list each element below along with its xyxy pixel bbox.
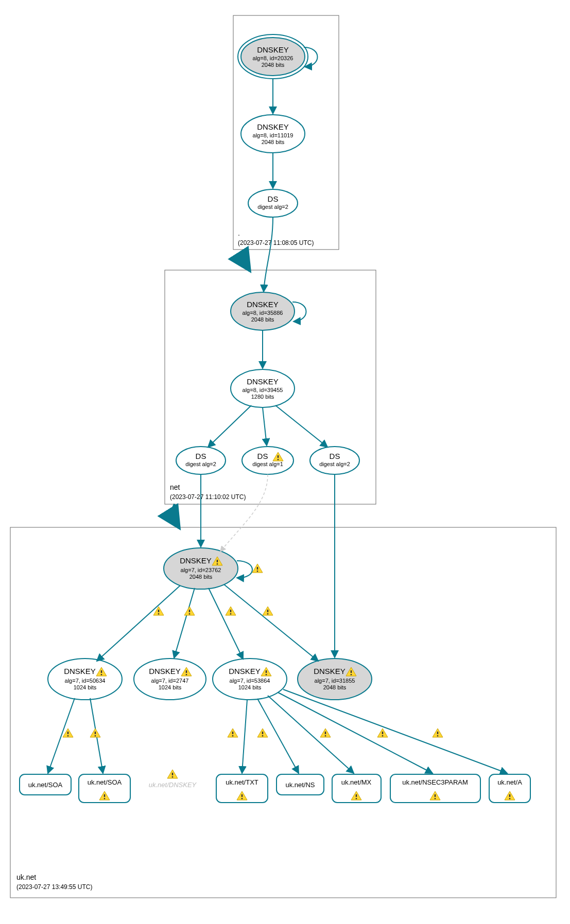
svg-text:uk.net/SOA: uk.net/SOA [88,778,122,786]
svg-text:digest alg=2: digest alg=2 [185,461,216,467]
svg-text:alg=8, id=35886: alg=8, id=35886 [243,310,283,316]
rrset-nsec3param: uk.net/NSEC3PARAM [390,774,480,803]
node-net-ds3: DS digest alg=2 [310,447,359,474]
rrset-soa1: uk.net/SOA [20,774,71,795]
node-net-ds2: DS digest alg=1 [242,447,293,474]
svg-text:DNSKEY: DNSKEY [149,667,181,676]
zone-net-name: net [170,483,180,491]
svg-text:alg=8, id=20326: alg=8, id=20326 [253,55,293,61]
svg-text:DS: DS [196,452,206,460]
svg-text:DNSKEY: DNSKEY [247,300,279,309]
dnssec-diagram: . (2023-07-27 11:08:05 UTC) net (2023-07… [5,5,565,919]
warning-icon [377,728,388,737]
warning-icon [167,770,178,778]
svg-text:alg=7, id=23762: alg=7, id=23762 [181,567,221,573]
svg-text:2048 bits: 2048 bits [189,574,213,580]
svg-text:DS: DS [268,194,279,203]
svg-text:alg=7, id=31855: alg=7, id=31855 [315,678,355,684]
warning-icon [184,607,195,615]
svg-text:uk.net/A: uk.net/A [497,778,522,786]
node-root-dnskey-20326: DNSKEY alg=8, id=20326 2048 bits [238,34,308,79]
svg-text:uk.net/NSEC3PARAM: uk.net/NSEC3PARAM [402,778,468,786]
svg-text:alg=8, id=11019: alg=8, id=11019 [253,132,293,138]
svg-text:digest alg=1: digest alg=1 [252,461,283,467]
warning-icon [257,728,268,737]
warning-icon [90,728,100,737]
warning-icon [263,607,273,615]
svg-text:alg=7, id=2747: alg=7, id=2747 [151,678,189,684]
svg-point-25 [242,447,293,474]
svg-text:digest alg=2: digest alg=2 [319,461,350,467]
node-net-dnskey-35886: DNSKEY alg=8, id=35886 2048 bits [231,292,295,330]
rrset-dnskey-faded: uk.net/DNSKEY [149,781,197,789]
svg-text:DNSKEY: DNSKEY [257,122,289,131]
node-net-ds1: DS digest alg=2 [176,447,226,474]
svg-text:2048 bits: 2048 bits [262,62,285,68]
warning-icon [228,728,238,737]
svg-point-28 [310,447,359,474]
node-root-ds: DS digest alg=2 [248,189,298,217]
svg-text:DNSKEY: DNSKEY [247,377,279,386]
zone-root-name: . [238,229,240,237]
svg-text:uk.net/NS: uk.net/NS [285,781,315,789]
svg-text:uk.net/TXT: uk.net/TXT [226,778,258,786]
svg-text:DNSKEY: DNSKEY [257,45,289,54]
rrset-txt: uk.net/TXT [216,774,268,803]
node-uknet-dnskey-31855: DNSKEY alg=7, id=31855 2048 bits [298,659,372,700]
node-uknet-dnskey-50634: DNSKEY alg=7, id=50634 1024 bits [48,659,122,700]
svg-text:uk.net/MX: uk.net/MX [341,778,372,786]
svg-text:1024 bits: 1024 bits [238,684,262,690]
warning-icon [252,564,263,573]
svg-text:1280 bits: 1280 bits [251,394,274,400]
svg-text:2048 bits: 2048 bits [251,316,274,323]
node-uknet-dnskey-23762: DNSKEY alg=7, id=23762 2048 bits [164,548,238,589]
svg-text:DNSKEY: DNSKEY [180,556,212,565]
svg-text:DS: DS [330,452,340,460]
svg-text:alg=8, id=39455: alg=8, id=39455 [243,387,283,393]
zone-net-ts: (2023-07-27 11:10:02 UTC) [170,493,246,501]
svg-text:digest alg=2: digest alg=2 [257,204,288,210]
node-root-dnskey-11019: DNSKEY alg=8, id=11019 2048 bits [241,115,305,153]
svg-point-22 [176,447,226,474]
svg-point-11 [248,189,298,217]
rrset-a: uk.net/A [489,774,530,803]
svg-text:1024 bits: 1024 bits [159,684,182,690]
svg-text:alg=7, id=53864: alg=7, id=53864 [230,678,270,684]
node-net-dnskey-39455: DNSKEY alg=8, id=39455 1280 bits [231,369,295,407]
zone-uknet-name: uk.net [16,873,36,881]
svg-text:2048 bits: 2048 bits [262,139,285,145]
zone-uknet-ts: (2023-07-27 13:49:55 UTC) [16,883,92,891]
warning-icon [226,607,236,615]
svg-text:DNSKEY: DNSKEY [229,667,261,676]
zone-root-ts: (2023-07-27 11:08:05 UTC) [238,239,314,246]
warning-icon [433,728,443,737]
svg-text:2048 bits: 2048 bits [323,684,347,690]
svg-text:DNSKEY: DNSKEY [314,667,346,676]
rrset-mx: uk.net/MX [332,774,381,803]
warning-icon [63,728,73,737]
rrset-soa2: uk.net/SOA [79,774,130,803]
svg-text:DNSKEY: DNSKEY [64,667,96,676]
svg-text:alg=7, id=50634: alg=7, id=50634 [65,678,106,684]
svg-text:uk.net/SOA: uk.net/SOA [28,781,63,789]
svg-text:1024 bits: 1024 bits [74,684,97,690]
svg-text:DS: DS [257,452,268,460]
rrset-ns: uk.net/NS [277,774,324,795]
node-uknet-dnskey-53864: DNSKEY alg=7, id=53864 1024 bits [213,659,287,700]
warning-icon [320,728,331,737]
node-uknet-dnskey-2747: DNSKEY alg=7, id=2747 1024 bits [134,659,206,700]
